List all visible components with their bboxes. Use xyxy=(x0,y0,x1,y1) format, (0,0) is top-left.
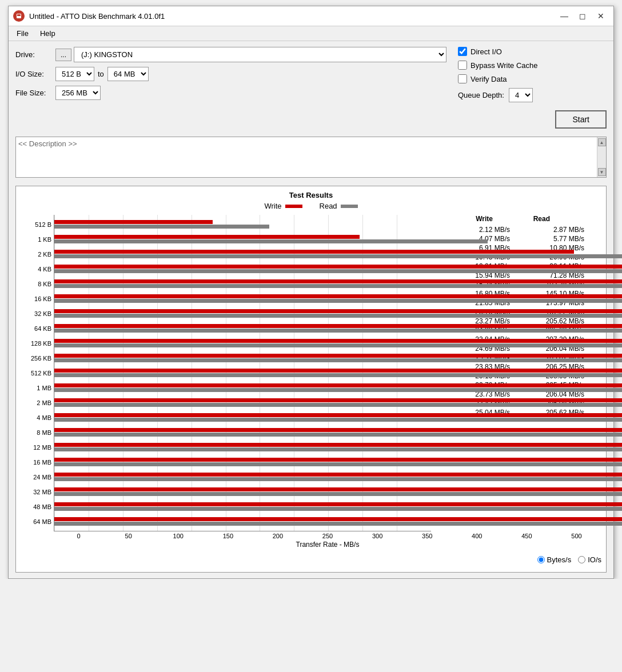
x-axis-label: 200 xyxy=(253,533,302,539)
form-left: Drive: ... (J:) KINGSTON I/O Size: 512 B xyxy=(15,47,446,129)
read-bar xyxy=(54,254,622,258)
write-bar xyxy=(54,458,622,462)
form-section: Drive: ... (J:) KINGSTON I/O Size: 512 B xyxy=(15,47,607,129)
read-bar xyxy=(54,418,622,422)
app-icon xyxy=(13,10,25,22)
description-box[interactable]: << Description >> ▲ ▼ xyxy=(15,137,607,178)
scroll-up-arrow[interactable]: ▲ xyxy=(598,138,606,146)
bar-row xyxy=(54,351,431,366)
row-labels: 512 B1 KB2 KB4 KB8 KB16 KB32 KB64 KB128 … xyxy=(21,215,54,531)
write-bar xyxy=(54,294,622,298)
row-label: 64 MB xyxy=(21,514,54,529)
io-per-s-radio-input[interactable] xyxy=(578,556,585,563)
row-label: 2 MB xyxy=(21,395,54,410)
close-button[interactable]: ✕ xyxy=(593,10,609,22)
bar-row xyxy=(54,439,431,454)
bytes-per-s-radio-input[interactable] xyxy=(537,556,545,563)
io-per-s-radio[interactable]: IO/s xyxy=(578,555,601,564)
write-bar xyxy=(54,265,622,269)
title-bar: Untitled - ATTO Disk Benchmark 4.01.0f1 … xyxy=(9,6,613,26)
description-area: << Description >> ▲ ▼ xyxy=(15,132,607,182)
file-size-row: File Size: 256 MB xyxy=(15,86,446,100)
x-axis-title: Transfer Rate - MB/s xyxy=(54,541,601,549)
write-bar xyxy=(54,487,622,491)
row-label: 16 KB xyxy=(21,291,54,306)
write-bar xyxy=(54,383,622,387)
write-bar xyxy=(54,413,622,417)
menu-file[interactable]: File xyxy=(11,27,34,39)
legend-read: Read xyxy=(320,202,358,210)
io-size-label: I/O Size: xyxy=(15,70,55,78)
row-label: 512 B xyxy=(21,217,54,232)
bypass-write-cache-label[interactable]: Bypass Write Cache xyxy=(471,61,538,70)
bar-row xyxy=(54,454,431,469)
direct-io-checkbox[interactable] xyxy=(458,47,467,56)
x-axis-labels: 050100150200250300350400450500 xyxy=(54,533,601,539)
read-value: 5.77 MB/s xyxy=(510,235,584,243)
verify-data-checkbox[interactable] xyxy=(458,74,467,83)
x-axis-label: 350 xyxy=(402,533,452,539)
main-content: Drive: ... (J:) KINGSTON I/O Size: 512 B xyxy=(9,41,613,578)
read-bar xyxy=(54,343,622,347)
bar-row xyxy=(54,336,431,351)
bar-chart-area xyxy=(54,215,431,531)
minimize-button[interactable]: — xyxy=(556,10,572,22)
read-bar xyxy=(54,284,622,288)
queue-depth-label: Queue Depth: xyxy=(458,91,504,99)
start-button[interactable]: Start xyxy=(555,110,607,129)
io-size-from-select[interactable]: 512 B xyxy=(55,67,94,81)
menu-bar: File Help xyxy=(9,26,613,41)
bar-row xyxy=(54,484,431,499)
row-label: 1 KB xyxy=(21,232,54,247)
direct-io-label[interactable]: Direct I/O xyxy=(471,47,502,56)
row-label: 24 MB xyxy=(21,470,54,485)
write-value: 2.12 MB/s xyxy=(436,226,510,234)
write-bar xyxy=(54,473,622,477)
scroll-down-arrow[interactable]: ▼ xyxy=(598,168,606,176)
bar-row xyxy=(54,499,431,514)
read-bar xyxy=(54,358,622,362)
x-axis-label: 50 xyxy=(103,533,153,539)
drive-dropdown[interactable]: (J:) KINGSTON xyxy=(74,47,446,62)
legend: Write Read xyxy=(21,202,601,210)
x-axis-label: 150 xyxy=(203,533,253,539)
io-size-to-label: to xyxy=(98,70,104,78)
title-bar-left: Untitled - ATTO Disk Benchmark 4.01.0f1 xyxy=(13,10,165,22)
menu-help[interactable]: Help xyxy=(34,27,61,39)
col-read-header: Read xyxy=(493,215,550,223)
verify-data-label[interactable]: Verify Data xyxy=(471,75,507,83)
x-axis-label: 450 xyxy=(502,533,552,539)
row-label: 512 KB xyxy=(21,366,54,381)
io-size-controls: 512 B to 64 MB xyxy=(55,67,149,81)
write-bar xyxy=(54,339,622,343)
chart-with-labels: 512 B1 KB2 KB4 KB8 KB16 KB32 KB64 KB128 … xyxy=(21,215,431,531)
bar-row xyxy=(54,425,431,439)
bottom-controls: Bytes/s IO/s xyxy=(21,552,601,567)
bar-row xyxy=(54,291,431,306)
io-size-to-select[interactable]: 64 MB xyxy=(107,67,149,81)
description-scrollbar: ▲ ▼ xyxy=(597,137,606,177)
bypass-write-cache-checkbox[interactable] xyxy=(458,61,467,70)
write-bar xyxy=(54,428,622,432)
row-label: 48 MB xyxy=(21,499,54,514)
bar-row xyxy=(54,232,431,247)
queue-depth-select[interactable]: 4 xyxy=(509,88,533,102)
drive-browse-button[interactable]: ... xyxy=(55,49,71,61)
radio-group: Bytes/s IO/s xyxy=(537,555,601,564)
write-bar xyxy=(54,250,574,254)
window-controls: — ◻ ✕ xyxy=(556,10,609,22)
read-bar xyxy=(54,239,488,243)
results-title: Test Results xyxy=(21,191,601,199)
file-size-select[interactable]: 256 MB xyxy=(55,86,101,100)
maximize-button[interactable]: ◻ xyxy=(575,10,591,22)
bars-area xyxy=(54,215,431,531)
write-bar xyxy=(54,235,360,239)
x-axis-label: 0 xyxy=(54,533,103,539)
svg-rect-1 xyxy=(17,14,21,16)
write-bar xyxy=(54,309,622,313)
queue-depth-row: Queue Depth: 4 xyxy=(458,88,607,102)
read-bar xyxy=(54,507,622,511)
read-bar xyxy=(54,225,269,229)
bytes-per-s-radio[interactable]: Bytes/s xyxy=(537,555,572,564)
row-label: 8 MB xyxy=(21,425,54,440)
